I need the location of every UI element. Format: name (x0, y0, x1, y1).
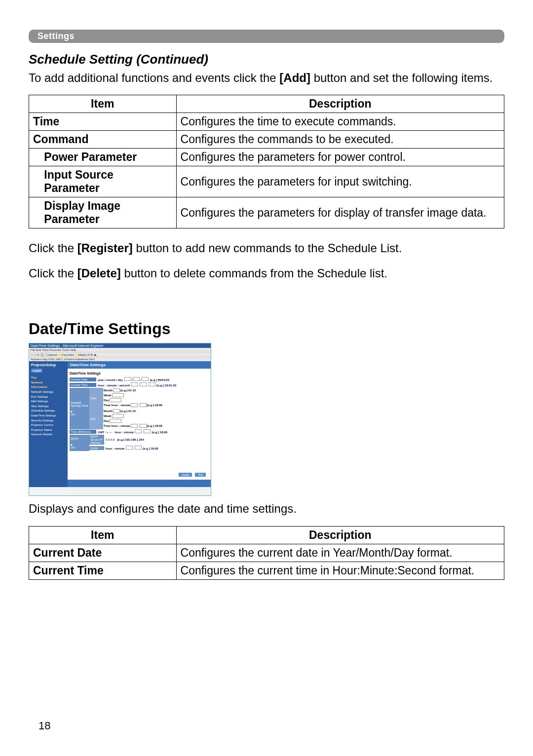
ss-toolbar: ⇦ ⇨ ⟳ 🏠 🔍Search ⭐Favorites 📁Media ✉ ⚙ ⏏ (29, 352, 211, 357)
breadcrumb-text: Settings (38, 31, 75, 41)
page-number: 18 (38, 719, 50, 732)
section-title: Date/Time Settings (29, 320, 504, 338)
table-row: Power Parameter Configures the parameter… (29, 149, 504, 166)
ss-sidebar: ProjectorSetup Logoff Top: Network Infor… (29, 361, 68, 487)
ss-nav: Top: Network Information Network Setting… (31, 376, 66, 437)
datetime-table: Item Description Current Date Configures… (29, 526, 504, 580)
ss-menu: File Edit View Favorites Tools Help (29, 348, 211, 352)
section-subtitle: Schedule Setting (Continued) (29, 52, 504, 67)
ss-main: Date/Time Settings Date/Time Settings Cu… (68, 361, 211, 487)
settings-screenshot: Date/Time Settings - Microsoft Internet … (29, 343, 211, 496)
ss-address: Address http://192.168.1.10/admin/dateti… (29, 357, 211, 361)
apply-button[interactable]: Apply (179, 473, 192, 477)
th-desc: Description (176, 95, 504, 113)
th-desc2: Description (176, 526, 504, 544)
intro-text: To add additional functions and events c… (29, 70, 504, 86)
ss-window-title: Date/Time Settings - Microsoft Internet … (29, 343, 211, 348)
note-register: Click the [Register] button to add new c… (29, 240, 504, 256)
th-item: Item (29, 95, 177, 113)
table-row: Command Configures the commands to be ex… (29, 131, 504, 149)
note-delete: Click the [Delete] button to delete comm… (29, 265, 504, 281)
breadcrumb-bar: Settings (29, 30, 504, 43)
table-row: Display Image Parameter Configures the p… (29, 197, 504, 228)
table-row: Input Source Parameter Configures the pa… (29, 166, 504, 197)
table-row: Current Time Configures the current time… (29, 562, 504, 579)
schedule-table: Item Description Time Configures the tim… (29, 95, 504, 228)
th-item2: Item (29, 526, 177, 544)
table-row: Time Configures the time to execute comm… (29, 113, 504, 131)
top-button[interactable]: Top (195, 473, 206, 477)
logoff-button[interactable]: Logoff (31, 369, 42, 373)
table-row: Current Date Configures the current date… (29, 544, 504, 562)
post-image-text: Displays and configures the date and tim… (29, 501, 504, 517)
